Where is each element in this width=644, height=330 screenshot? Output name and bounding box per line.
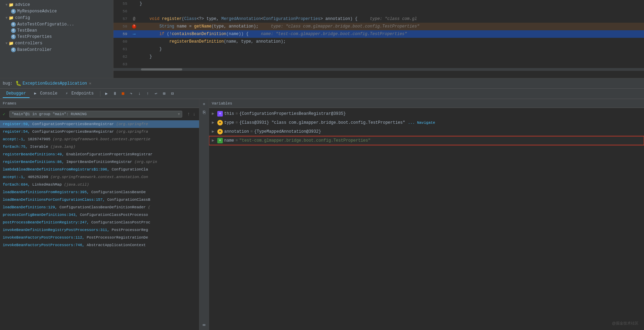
- tree-label: controllers: [15, 41, 42, 46]
- frame-class: EnableConfigurationPropertiesRegistrar: [66, 152, 153, 156]
- frame-loc: registerBeanDefinitions:86,: [3, 160, 66, 164]
- frame-pkg: (java.util): [64, 183, 89, 187]
- frame-item[interactable]: loadBeanDefinitionsForConfigurationClass…: [0, 196, 199, 204]
- line-content: if (!containsBeanDefinition(name)) { nam…: [138, 32, 644, 36]
- frame-item[interactable]: lambda$loadBeanDefinitionsFromRegistrars…: [0, 166, 199, 173]
- frame-item[interactable]: registerBeanDefinitions:49, EnableConfig…: [0, 151, 199, 158]
- frame-class: Iterable: [30, 145, 50, 149]
- variable-type[interactable]: ▶ ● type = {Class@3931} "class com.glmap…: [209, 118, 644, 127]
- frame-item[interactable]: accept:-1, 405252209 (org.springframewor…: [0, 173, 199, 181]
- line-gutter: @: [130, 16, 138, 21]
- var-equals: =: [236, 110, 238, 118]
- var-type-icon: ≡: [217, 111, 223, 117]
- thread-status-icon: ✓: [3, 112, 5, 117]
- frame-item[interactable]: forEach:684, LinkedHashMap (java.util): [0, 181, 199, 188]
- code-line-56: 56: [113, 8, 644, 15]
- frame-pkg: (java.lang): [51, 145, 76, 149]
- tree-item-testbean[interactable]: C TestBean: [0, 28, 113, 34]
- frame-item[interactable]: invokeBeanDefinitionRegistryPostProcesso…: [0, 226, 199, 234]
- variables-header: Variables: [209, 99, 644, 108]
- expand-icon[interactable]: ▶: [212, 128, 217, 135]
- line-content: }: [138, 47, 644, 52]
- frame-item[interactable]: processConfigBeanDefinitions:343, Config…: [0, 211, 199, 219]
- frame-item[interactable]: forEach:75, Iterable (java.lang): [0, 143, 199, 151]
- expand-icon[interactable]: ▶: [212, 119, 217, 126]
- evaluate-btn[interactable]: ⊞: [161, 90, 168, 97]
- step-out-btn[interactable]: ↑: [144, 90, 151, 97]
- tree-item-myresponseadvice[interactable]: C MyResponseAdvice: [0, 8, 113, 14]
- frame-item[interactable]: invokeBeanFactoryPostProcessors:112, Pos…: [0, 234, 199, 241]
- frame-pkg: (org.springfre: [116, 122, 148, 126]
- line-number: 60: [113, 40, 130, 44]
- frame-item[interactable]: loadBeanDefinitions:129, ConfigurationCl…: [0, 204, 199, 211]
- pause-btn[interactable]: ⏸: [111, 90, 118, 97]
- frame-class: ConfigurationClassB: [107, 198, 150, 202]
- frame-loc: postProcessBeanDefinitionRegistry:247,: [3, 220, 91, 224]
- tree-label: AutoTestConfiguratio...: [17, 22, 74, 27]
- run-cursor-btn[interactable]: ↩: [153, 90, 160, 97]
- frame-pkg: (org.sprin: [134, 160, 157, 164]
- var-name: this: [224, 110, 234, 118]
- tree-item-advice[interactable]: ▼ 📁 advice: [0, 1, 113, 8]
- layout-btn[interactable]: ⊟: [169, 90, 176, 97]
- breakpoint-dot: ?: [132, 24, 136, 29]
- chevron-icon: ▼: [6, 42, 8, 45]
- console-icon: ▶: [34, 91, 37, 96]
- line-content: String name = getName(type, annotation);…: [138, 24, 644, 29]
- class-icon: C: [11, 34, 16, 39]
- thread-selector[interactable]: "main"@1 in group "main": RUNNING ▼: [9, 111, 182, 118]
- horizontal-scrollbar[interactable]: [113, 68, 644, 71]
- frame-down-btn[interactable]: ↓: [192, 111, 196, 118]
- frame-item[interactable]: register:59, ConfigurationPropertiesBean…: [0, 120, 199, 128]
- line-number: 56: [113, 9, 130, 13]
- line-number: 62: [113, 55, 130, 59]
- variable-annotation[interactable]: ▶ ● annotation = {TypeMappedAnnotation@3…: [209, 127, 644, 136]
- var-equals: =: [236, 119, 238, 126]
- frame-item[interactable]: registerBeanDefinitions:86, ImportBeanDe…: [0, 158, 199, 166]
- navigate-link[interactable]: ... Navigate: [408, 119, 435, 126]
- tree-label: advice: [15, 2, 30, 7]
- var-name: name: [224, 137, 234, 144]
- frame-item[interactable]: invokeBeanFactoryPostProcessors:746, Abs…: [0, 241, 199, 249]
- line-number: 57: [113, 17, 130, 21]
- code-line-60: 60 registerBeanDefinition(name, type, an…: [113, 38, 644, 45]
- code-line-63: 63: [113, 60, 644, 68]
- frame-item[interactable]: loadBeanDefinitionsFromRegistrars:395, C…: [0, 188, 199, 196]
- close-tab-button[interactable]: ✕: [89, 81, 91, 86]
- frame-item[interactable]: accept:-1, 1826747905 (org.springframewo…: [0, 135, 199, 143]
- add-var-btn[interactable]: +: [200, 100, 208, 108]
- var-name: type: [224, 119, 234, 126]
- frame-class: 405252209: [28, 175, 51, 179]
- copy-btn[interactable]: ⎘: [200, 109, 208, 116]
- tree-item-basecontroller[interactable]: C BaseController: [0, 47, 113, 53]
- variables-list: ▶ ≡ this = {ConfigurationPropertiesBeanR…: [209, 108, 644, 330]
- line-gutter: ?: [130, 24, 138, 29]
- line-content: void register(Class<?> type, MergedAnnot…: [138, 16, 644, 21]
- expand-icon[interactable]: ▶: [212, 137, 217, 144]
- infinity-btn[interactable]: ∞: [200, 321, 208, 329]
- tab-debugger[interactable]: Debugger: [3, 90, 30, 98]
- line-number: 59: [113, 32, 130, 36]
- scrollbar-thumb[interactable]: [141, 68, 182, 70]
- tree-item-autotestconfiguration[interactable]: C AutoTestConfiguratio...: [0, 21, 113, 28]
- tree-item-testproperties[interactable]: C TestProperties: [0, 34, 113, 40]
- variable-name[interactable]: ▶ ≡ name = "test-com.glmapper.bridge.boo…: [209, 136, 644, 145]
- frame-item[interactable]: register:54, ConfigurationPropertiesBean…: [0, 128, 199, 135]
- frame-item[interactable]: postProcessBeanDefinitionRegistry:247, C…: [0, 219, 199, 226]
- variable-this[interactable]: ▶ ≡ this = {ConfigurationPropertiesBeanR…: [209, 109, 644, 118]
- tree-item-config[interactable]: ▼ 📁 config: [0, 14, 113, 21]
- var-value: {Class@3931} "class com.glmapper.bridge.…: [239, 119, 405, 126]
- frame-class: ConfigurationClassPostProc: [91, 220, 150, 224]
- tab-endpoints[interactable]: ⚡ Endpoints: [62, 90, 97, 98]
- step-into-btn[interactable]: ↓: [136, 90, 143, 97]
- resume-btn[interactable]: ▶: [103, 90, 110, 97]
- expand-icon[interactable]: ▶: [212, 110, 217, 118]
- stop-btn[interactable]: ⏹: [120, 90, 127, 97]
- line-content: }: [138, 54, 644, 59]
- tree-label: MyResponseAdvice: [17, 9, 57, 14]
- step-over-btn[interactable]: ↷: [128, 90, 135, 97]
- tab-console[interactable]: ▶ Console: [31, 90, 61, 98]
- tree-item-controllers[interactable]: ▼ 📁 controllers: [0, 40, 113, 47]
- frames-header: Frames: [0, 99, 199, 108]
- frame-up-btn[interactable]: ↑: [186, 111, 190, 118]
